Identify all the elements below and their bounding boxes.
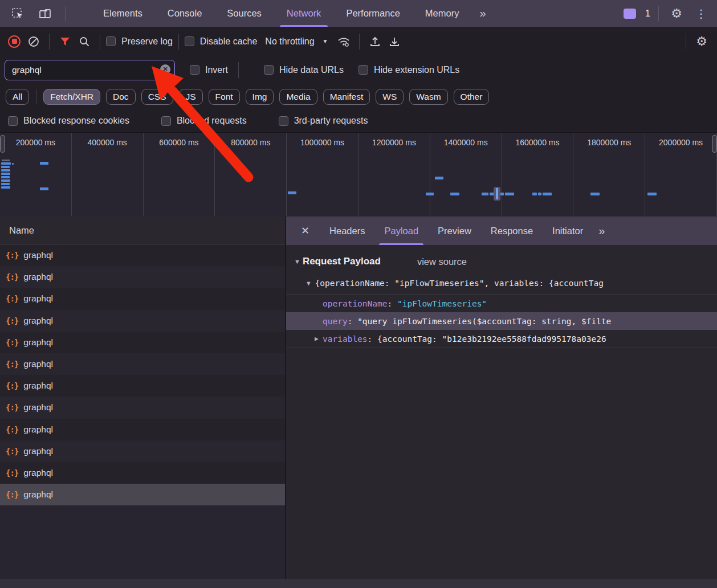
request-row[interactable]: {:}graphql bbox=[0, 397, 285, 418]
details-tab-headers[interactable]: Headers bbox=[320, 217, 374, 245]
checkbox-icon[interactable] bbox=[106, 36, 116, 46]
tab-elements[interactable]: Elements bbox=[91, 0, 155, 27]
checkbox-icon[interactable] bbox=[185, 36, 194, 46]
details-tab-payload[interactable]: Payload bbox=[374, 217, 428, 245]
request-row[interactable]: {:}graphql bbox=[0, 375, 285, 397]
chip-media[interactable]: Media bbox=[279, 89, 317, 105]
checkbox-icon[interactable] bbox=[161, 116, 171, 126]
checkbox-icon[interactable] bbox=[358, 65, 368, 75]
payload-key: operationName bbox=[323, 299, 388, 308]
checkbox-icon[interactable] bbox=[264, 65, 274, 75]
clear-filter-icon[interactable]: ✕ bbox=[160, 64, 170, 75]
divider bbox=[178, 34, 179, 50]
payload-row-variables[interactable]: ▶variables: {accountTag: "b12e3b2192ee55… bbox=[286, 330, 717, 348]
more-details-tabs-icon[interactable]: » bbox=[593, 224, 609, 238]
more-options-icon[interactable]: ⋮ bbox=[692, 7, 710, 21]
chip-manifest[interactable]: Manifest bbox=[323, 89, 370, 105]
export-har-icon[interactable] bbox=[385, 32, 404, 51]
filter-icon[interactable] bbox=[55, 32, 75, 51]
timeline-grid: 200000 ms400000 ms600000 ms800000 ms1000… bbox=[0, 133, 717, 216]
issues-icon[interactable] bbox=[620, 4, 639, 23]
request-row[interactable]: {:}graphql bbox=[0, 419, 285, 440]
request-name: graphql bbox=[23, 402, 53, 413]
request-row[interactable]: {:}graphql bbox=[0, 440, 285, 462]
request-name: graphql bbox=[23, 446, 53, 456]
request-row[interactable]: {:}graphql bbox=[0, 332, 285, 353]
settings-gear-icon[interactable]: ⚙ bbox=[667, 4, 686, 23]
request-row[interactable]: {:}graphql bbox=[0, 288, 285, 309]
preserve-log-checkbox[interactable]: Preserve log bbox=[106, 36, 173, 47]
filter-input[interactable] bbox=[5, 65, 174, 75]
hide-extension-urls-checkbox[interactable]: Hide extension URLs bbox=[358, 65, 459, 75]
chip-js[interactable]: JS bbox=[179, 89, 203, 105]
details-tab-preview[interactable]: Preview bbox=[428, 217, 481, 245]
payload-row-operationname[interactable]: operationName: "ipFlowTimeseries" bbox=[286, 295, 717, 312]
payload-rows: operationName: "ipFlowTimeseries"query: … bbox=[286, 294, 717, 348]
tab-performance[interactable]: Performance bbox=[333, 0, 412, 27]
request-row[interactable]: {:}graphql bbox=[0, 353, 285, 375]
json-braces-icon: {:} bbox=[6, 468, 18, 477]
chip-font[interactable]: Font bbox=[209, 89, 240, 105]
import-har-icon[interactable] bbox=[365, 32, 385, 51]
hide-data-urls-checkbox[interactable]: Hide data URLs bbox=[264, 65, 344, 75]
name-column-header[interactable]: Name bbox=[0, 217, 285, 244]
network-filter-row: ✕ Invert Hide data URLs Hide extension U… bbox=[0, 56, 717, 84]
chip-all[interactable]: All bbox=[6, 89, 29, 105]
close-details-icon[interactable]: ✕ bbox=[286, 224, 320, 237]
waterfall-bar bbox=[538, 193, 541, 195]
request-name: graphql bbox=[23, 316, 53, 326]
chip-other[interactable]: Other bbox=[454, 89, 490, 105]
network-conditions-icon[interactable] bbox=[334, 32, 353, 51]
timeline-left-handle[interactable] bbox=[0, 135, 5, 153]
chip-wasm[interactable]: Wasm bbox=[409, 89, 447, 105]
view-source-link[interactable]: view source bbox=[417, 256, 467, 267]
request-row[interactable]: {:}graphql bbox=[0, 310, 285, 332]
tab-console[interactable]: Console bbox=[155, 0, 215, 27]
3rd-party-requests-checkbox[interactable]: 3rd-party requests bbox=[279, 116, 368, 126]
collapse-triangle-icon: ▼ bbox=[307, 280, 311, 287]
checkbox-icon[interactable] bbox=[8, 116, 18, 126]
blocked-requests-checkbox[interactable]: Blocked requests bbox=[161, 116, 247, 126]
checkbox-icon[interactable] bbox=[279, 116, 288, 126]
tab-memory[interactable]: Memory bbox=[413, 0, 472, 27]
search-icon[interactable] bbox=[75, 32, 94, 51]
checkbox-icon[interactable] bbox=[190, 65, 199, 75]
more-panels-icon[interactable]: » bbox=[471, 7, 492, 20]
inspect-element-icon[interactable] bbox=[8, 4, 27, 23]
chip-css[interactable]: CSS bbox=[141, 89, 173, 105]
request-row[interactable]: {:}graphql bbox=[0, 462, 285, 484]
divider bbox=[100, 34, 100, 50]
details-tab-initiator[interactable]: Initiator bbox=[543, 217, 593, 245]
details-tabs: HeadersPayloadPreviewResponseInitiator bbox=[320, 217, 593, 245]
json-braces-icon: {:} bbox=[6, 447, 18, 456]
invert-checkbox[interactable]: Invert bbox=[190, 65, 228, 75]
waterfall-bar bbox=[12, 163, 14, 165]
request-name: graphql bbox=[23, 381, 53, 391]
timeline-right-handle[interactable] bbox=[712, 135, 717, 153]
collapse-triangle-icon[interactable]: ▼ bbox=[294, 258, 300, 265]
chevron-down-icon: ▼ bbox=[323, 38, 328, 44]
payload-row-query[interactable]: query: "query ipFlowTimeseries($accountT… bbox=[286, 312, 717, 330]
tab-network[interactable]: Network bbox=[274, 0, 334, 27]
chip-fetchxhr[interactable]: Fetch/XHR bbox=[43, 89, 100, 105]
request-row[interactable]: {:}graphql bbox=[0, 244, 285, 266]
device-toolbar-icon[interactable] bbox=[35, 4, 55, 23]
chip-img[interactable]: Img bbox=[246, 89, 274, 105]
chip-doc[interactable]: Doc bbox=[106, 89, 136, 105]
record-network-log-button[interactable] bbox=[5, 32, 24, 51]
timeline-tick: 200000 ms bbox=[0, 133, 72, 216]
payload-preview-line[interactable]: ▼ {operationName: "ipFlowTimeseries", va… bbox=[286, 273, 717, 293]
network-overview-timeline[interactable]: 200000 ms400000 ms600000 ms800000 ms1000… bbox=[0, 133, 717, 217]
expand-triangle-icon[interactable]: ▶ bbox=[315, 335, 319, 342]
chip-ws[interactable]: WS bbox=[376, 89, 404, 105]
payload-title: Request Payload bbox=[303, 256, 381, 267]
blocked-response-cookies-checkbox[interactable]: Blocked response cookies bbox=[8, 116, 129, 126]
throttling-select[interactable]: No throttling ▼ bbox=[265, 36, 328, 47]
details-tab-response[interactable]: Response bbox=[481, 217, 543, 245]
clear-network-log-button[interactable] bbox=[24, 32, 43, 51]
network-settings-gear-icon[interactable]: ⚙ bbox=[692, 32, 711, 51]
request-row[interactable]: {:}graphql bbox=[0, 266, 285, 288]
tab-sources[interactable]: Sources bbox=[214, 0, 274, 27]
request-row[interactable]: {:}graphql bbox=[0, 484, 285, 505]
disable-cache-checkbox[interactable]: Disable cache bbox=[185, 36, 258, 47]
